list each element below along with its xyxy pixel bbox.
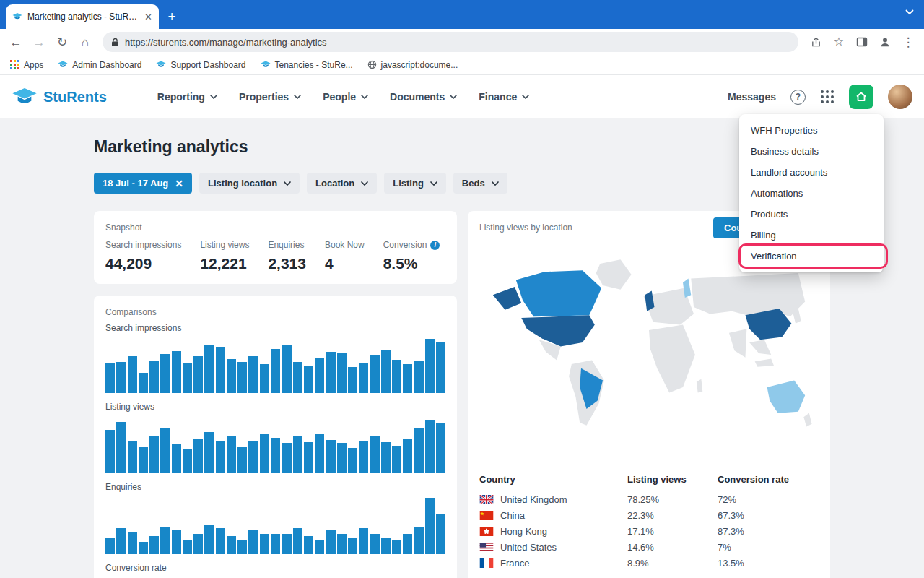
country-cell: China — [479, 510, 627, 521]
metric-search-impressions: Search impressions44,209 — [105, 240, 181, 272]
bookmark-star-icon[interactable]: ☆ — [830, 33, 847, 51]
bookmark-admin-dashboard[interactable]: Admin Dashboard — [58, 60, 141, 70]
map-madagascar — [697, 379, 702, 393]
bar — [381, 350, 391, 393]
bookmark-label: Apps — [24, 60, 43, 70]
property-app-icon[interactable] — [849, 85, 873, 109]
bar — [216, 528, 225, 554]
bar — [348, 448, 357, 473]
tab-list-chevron-icon[interactable] — [905, 9, 914, 15]
primary-nav: ReportingPropertiesPeopleDocumentsFinanc… — [157, 91, 529, 103]
app-launcher-icon[interactable] — [820, 90, 834, 104]
bar — [248, 530, 258, 554]
date-range-chip[interactable]: 18 Jul - 17 Aug ✕ — [94, 173, 192, 194]
country-name: China — [500, 510, 525, 521]
bar — [359, 363, 368, 393]
chevron-down-icon — [522, 95, 529, 99]
bar — [315, 358, 324, 393]
bookmarks-bar: AppsAdmin DashboardSupport DashboardTena… — [0, 55, 924, 75]
bar — [293, 528, 302, 554]
bookmark-support-dashboard[interactable]: Support Dashboard — [156, 60, 245, 70]
bar — [359, 528, 368, 554]
chart-label-search-impressions: Search impressions — [105, 323, 445, 333]
table-row-united-states: United States14.6%7% — [479, 539, 819, 555]
bar — [227, 359, 236, 393]
bar — [381, 538, 391, 554]
nav-label: Documents — [390, 91, 445, 103]
share-icon[interactable] — [807, 33, 824, 51]
back-icon[interactable]: ← — [7, 33, 25, 51]
bar — [414, 527, 423, 554]
browser-menu-icon[interactable]: ⋮ — [899, 33, 917, 51]
filter-chip-location[interactable]: Location — [307, 173, 377, 194]
bookmark-label: javascript:docume... — [381, 60, 458, 70]
highlight-ring — [738, 243, 888, 269]
bar — [337, 534, 346, 554]
bar — [403, 364, 412, 394]
menu-item-business-details[interactable]: Business details — [739, 141, 884, 162]
bar — [193, 439, 203, 473]
country-cell: France — [479, 558, 627, 569]
bookmark-label: Admin Dashboard — [72, 60, 141, 70]
chart-label-listing-views: Listing views — [105, 402, 445, 412]
clear-date-icon[interactable]: ✕ — [175, 178, 183, 189]
globe-icon — [367, 60, 377, 69]
left-column: Snapshot Search impressions44,209Listing… — [94, 211, 457, 578]
forward-icon[interactable]: → — [30, 33, 48, 51]
bar — [116, 422, 126, 473]
bookmark-javascript-docume[interactable]: javascript:docume... — [367, 60, 458, 70]
nav-label: People — [323, 91, 356, 103]
bar — [183, 449, 192, 473]
messages-link[interactable]: Messages — [728, 91, 776, 103]
tab-close-icon[interactable]: ✕ — [144, 12, 152, 22]
menu-item-wfh-properties[interactable]: WFH Properties — [739, 120, 884, 141]
listing-views-cell: 17.1% — [627, 526, 718, 537]
side-panel-icon[interactable] — [853, 33, 871, 51]
browser-tab[interactable]: Marketing analytics - StuRents ✕ — [6, 4, 159, 29]
reload-icon[interactable]: ↻ — [53, 33, 71, 51]
bar — [381, 442, 391, 473]
flag-hk-icon — [479, 527, 494, 536]
url-text: https://sturents.com/manage/marketing-an… — [125, 37, 327, 48]
bar — [293, 436, 302, 473]
menu-item-automations[interactable]: Automations — [739, 183, 884, 204]
bar — [425, 420, 435, 473]
map-indonesia — [755, 359, 774, 367]
filter-chip-listing[interactable]: Listing — [384, 173, 446, 194]
nav-item-people[interactable]: People — [323, 91, 368, 103]
nav-item-finance[interactable]: Finance — [479, 91, 529, 103]
bar — [149, 536, 159, 554]
help-icon[interactable]: ? — [790, 90, 806, 105]
bookmark-apps[interactable]: Apps — [10, 60, 43, 70]
browser-profile-icon[interactable] — [876, 33, 894, 51]
bar — [436, 423, 445, 473]
menu-item-verification[interactable]: Verification — [739, 246, 884, 267]
metric-label: Book Now — [325, 240, 365, 250]
bar — [392, 360, 401, 394]
url-bar[interactable]: https://sturents.com/manage/marketing-an… — [103, 32, 798, 52]
nav-item-reporting[interactable]: Reporting — [157, 91, 217, 103]
menu-item-landlord-accounts[interactable]: Landlord accounts — [739, 162, 884, 183]
user-avatar[interactable] — [888, 85, 912, 109]
bar — [315, 540, 324, 554]
flag-cn-icon — [479, 511, 494, 520]
nav-item-properties[interactable]: Properties — [239, 91, 301, 103]
nav-label: Properties — [239, 91, 289, 103]
filter-chip-label: Listing — [393, 178, 424, 189]
country-table: Country Listing views Conversion rate Un… — [479, 474, 819, 571]
sturents-logo[interactable]: StuRents — [12, 87, 107, 107]
home-icon[interactable]: ⌂ — [77, 33, 94, 51]
bookmark-tenancies-sture[interactable]: Tenancies - StuRe... — [261, 60, 353, 70]
bar — [216, 347, 225, 393]
new-tab-button[interactable]: + — [162, 7, 182, 27]
bar — [172, 530, 181, 554]
menu-item-billing[interactable]: Billing — [739, 225, 884, 246]
screen: Marketing analytics - StuRents ✕ + ← → ↻… — [0, 0, 924, 578]
filter-chips: Listing locationLocationListingBeds — [199, 173, 507, 194]
filter-chip-listing-location[interactable]: Listing location — [199, 173, 300, 194]
listing-views-cell: 14.6% — [627, 542, 718, 553]
filter-chip-beds[interactable]: Beds — [453, 173, 507, 194]
menu-item-products[interactable]: Products — [739, 204, 884, 225]
nav-item-documents[interactable]: Documents — [390, 91, 457, 103]
info-icon[interactable]: i — [430, 241, 440, 250]
